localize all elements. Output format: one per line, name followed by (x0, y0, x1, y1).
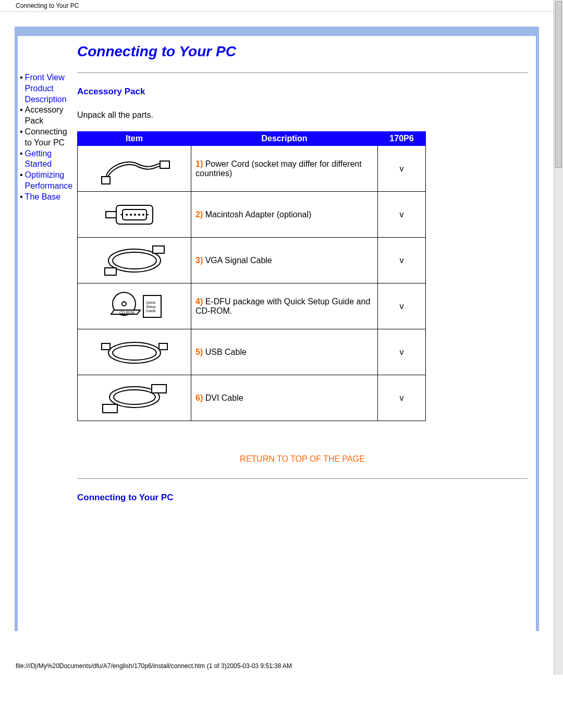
svg-point-15 (122, 302, 126, 306)
item-check: v (378, 375, 426, 421)
svg-text:CD-ROM: CD-ROM (119, 311, 134, 314)
item-illustration (78, 329, 191, 375)
top-border-stripe (15, 27, 539, 36)
item-text: VGA Signal Cable (205, 256, 272, 265)
footer-file-path: file:///D|/My%20Documents/dfu/A7/english… (0, 631, 554, 675)
svg-point-7 (138, 214, 140, 216)
power-cord-icon (95, 151, 174, 187)
svg-point-6 (134, 214, 136, 216)
svg-point-11 (113, 252, 156, 269)
item-number: 5) (195, 348, 203, 356)
divider (77, 72, 528, 73)
item-description-cell: 6) DVI Cable (191, 375, 378, 421)
svg-rect-1 (160, 161, 169, 168)
item-text: DVI Cable (205, 393, 243, 402)
sidebar-link[interactable]: Getting Started (25, 149, 73, 170)
sidebar-item-getting-started[interactable]: • Getting Started (20, 149, 73, 170)
item-text: E-DFU package with Quick Setup Guide and… (195, 297, 370, 315)
table-header-row: Item Description 170P6 (78, 132, 426, 146)
item-check: v (378, 238, 426, 283)
sidebar-item-accessory-pack[interactable]: • Accessory Pack (20, 105, 73, 127)
section-heading-accessory-pack: Accessory Pack (77, 87, 528, 97)
svg-point-8 (142, 214, 144, 216)
svg-rect-23 (102, 343, 110, 350)
svg-rect-28 (152, 385, 166, 393)
sidebar-item-the-base[interactable]: • The Base (20, 192, 73, 203)
page-title: Connecting to Your PC (77, 43, 528, 60)
item-check: v (378, 283, 426, 329)
svg-point-26 (114, 390, 155, 404)
svg-text:Quick: Quick (146, 301, 155, 305)
scrollbar[interactable] (554, 0, 563, 675)
item-illustration (78, 192, 191, 238)
sidebar-link[interactable]: Front View Product Description (25, 72, 73, 105)
sidebar-label: Accessory Pack (25, 105, 73, 127)
svg-text:Setup: Setup (146, 305, 155, 309)
main-content: Connecting to Your PC Accessory Pack Unp… (75, 36, 536, 631)
item-text: USB Cable (205, 348, 247, 356)
item-number: 1) (195, 159, 203, 168)
sidebar-link[interactable]: The Base (25, 192, 60, 203)
svg-point-4 (126, 214, 128, 216)
svg-rect-0 (102, 177, 110, 184)
bullet-icon: • (20, 105, 23, 127)
item-number: 3) (195, 256, 203, 265)
item-description-cell: 1) Power Cord (socket may differ for dif… (191, 146, 378, 192)
sidebar-item-optimizing[interactable]: • Optimizing Performance (20, 170, 73, 192)
item-illustration (78, 375, 191, 421)
sidebar-item-connecting[interactable]: • Connecting to Your PC (20, 127, 73, 149)
table-row: 1) Power Cord (socket may differ for dif… (78, 146, 426, 192)
svg-text:Guide: Guide (146, 309, 156, 313)
section-heading-connecting: Connecting to Your PC (77, 492, 528, 503)
cdrom-guide-icon: CD-ROM Quick Setup Guide (95, 288, 174, 325)
bullet-icon: • (20, 127, 23, 149)
item-number: 6) (195, 393, 203, 402)
item-number: 4) (195, 297, 203, 306)
item-text: Macintosh Adapter (optional) (205, 210, 312, 219)
sidebar-nav: • Front View Product Description • Acces… (18, 36, 75, 631)
sidebar-label: Connecting to Your PC (25, 127, 73, 149)
item-number: 2) (195, 210, 203, 219)
table-row: 2) Macintosh Adapter (optional) v (78, 192, 426, 238)
th-item: Item (78, 132, 191, 146)
item-check: v (378, 329, 426, 375)
svg-rect-13 (153, 246, 164, 253)
intro-text: Unpack all the parts. (77, 110, 528, 120)
bullet-icon: • (20, 149, 23, 170)
svg-rect-12 (105, 268, 116, 275)
dvi-cable-icon (95, 379, 174, 417)
sidebar-link[interactable]: Optimizing Performance (25, 170, 73, 192)
table-row: CD-ROM Quick Setup Guide 4) E-DFU packag… (78, 283, 426, 329)
item-illustration (78, 146, 191, 192)
vga-cable-icon (95, 242, 174, 279)
sidebar-item-front-view[interactable]: • Front View Product Description (20, 72, 73, 105)
table-row: 5) USB Cable v (78, 329, 426, 375)
usb-cable-icon (95, 334, 174, 371)
divider (77, 478, 528, 479)
svg-point-22 (113, 346, 156, 360)
right-border-stripe (536, 36, 539, 631)
item-check: v (378, 146, 426, 192)
svg-rect-9 (106, 212, 116, 218)
item-text: Power Cord (socket may differ for differ… (195, 159, 362, 178)
item-check: v (378, 192, 426, 238)
bullet-icon: • (20, 72, 23, 105)
item-illustration: CD-ROM Quick Setup Guide (78, 283, 191, 329)
accessory-table: Item Description 170P6 (77, 131, 426, 421)
item-illustration (78, 238, 191, 283)
bullet-icon: • (20, 170, 23, 192)
return-to-top-link[interactable]: RETURN TO TOP OF THE PAGE (77, 454, 528, 464)
table-row: 6) DVI Cable v (78, 375, 426, 421)
document-header: Connecting to Your PC (0, 0, 554, 12)
bullet-icon: • (20, 192, 23, 203)
scrollbar-thumb[interactable] (555, 1, 562, 168)
th-description: Description (191, 132, 378, 146)
mac-adapter-icon (95, 199, 174, 230)
th-model: 170P6 (378, 132, 426, 146)
svg-point-5 (130, 214, 132, 216)
item-description-cell: 4) E-DFU package with Quick Setup Guide … (191, 283, 378, 329)
item-description-cell: 5) USB Cable (191, 329, 378, 375)
svg-rect-27 (103, 404, 117, 413)
svg-rect-24 (159, 343, 167, 350)
item-description-cell: 3) VGA Signal Cable (191, 238, 378, 283)
